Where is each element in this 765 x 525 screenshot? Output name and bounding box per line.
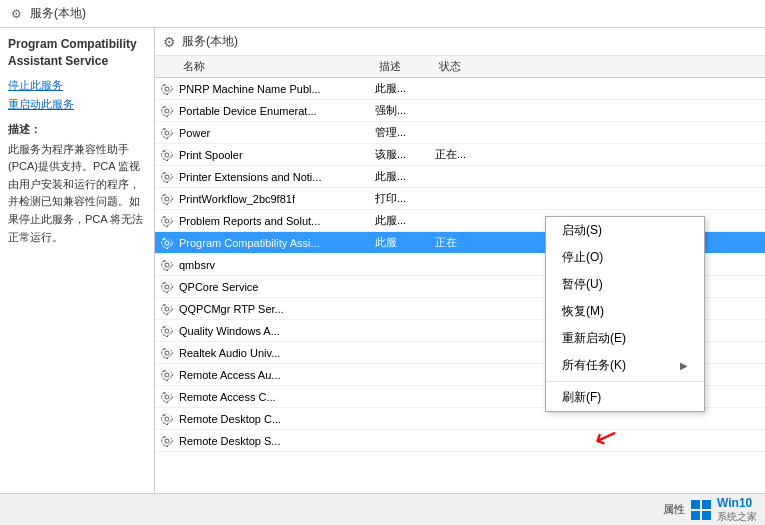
gear-icon [159, 81, 175, 97]
main-container: Program Compatibility Assistant Service … [0, 28, 765, 493]
gear-icon [159, 411, 175, 427]
context-menu-item[interactable]: 重新启动(E) [546, 325, 704, 352]
gear-icon [159, 147, 175, 163]
bottom-properties-label: 属性 [663, 502, 685, 517]
menu-item-label: 暂停(U) [562, 276, 603, 293]
gear-icon [159, 191, 175, 207]
title-icon: ⚙ [8, 6, 24, 22]
restart-service-link[interactable]: 重启动此服务 [8, 97, 146, 112]
service-name: qmbsrv [179, 259, 375, 271]
col-header-name[interactable]: 名称 [155, 59, 375, 74]
win10-text: Win10 系统之家 [717, 497, 757, 521]
desc-title: 描述： [8, 122, 146, 137]
menu-item-label: 停止(O) [562, 249, 603, 266]
service-name: QPCore Service [179, 281, 375, 293]
svg-rect-3 [702, 511, 711, 520]
services-header-text: 服务(本地) [182, 33, 238, 50]
gear-icon [159, 169, 175, 185]
service-name: Remote Desktop S... [179, 435, 375, 447]
service-desc: 此服务为程序兼容性助手(PCA)提供支持。PCA 监视由用户安装和运行的程序，并… [8, 141, 146, 247]
menu-item-label: 刷新(F) [562, 389, 601, 406]
svg-rect-1 [702, 500, 711, 509]
service-state: 正在... [435, 147, 490, 162]
service-desc: 管理... [375, 125, 435, 140]
gear-icon [159, 235, 175, 251]
context-menu: 启动(S)停止(O)暂停(U)恢复(M)重新启动(E)所有任务(K)▶刷新(F) [545, 216, 705, 412]
gear-icon [159, 125, 175, 141]
gear-icon [159, 103, 175, 119]
service-desc: 此服... [375, 213, 435, 228]
context-menu-item[interactable]: 停止(O) [546, 244, 704, 271]
col-header-desc[interactable]: 描述 [375, 59, 435, 74]
services-subheader: ⚙ 服务(本地) [155, 28, 765, 56]
service-desc: 该服... [375, 147, 435, 162]
gear-icon [159, 323, 175, 339]
gear-icon [159, 301, 175, 317]
service-name: Remote Desktop C... [179, 413, 375, 425]
title-bar: ⚙ 服务(本地) [0, 0, 765, 28]
table-row[interactable]: PNRP Machine Name Publ...此服... [155, 78, 765, 100]
table-row[interactable]: Remote Desktop S... [155, 430, 765, 452]
menu-item-label: 启动(S) [562, 222, 602, 239]
gear-icon [159, 257, 175, 273]
gear-icon [159, 279, 175, 295]
service-desc: 打印... [375, 191, 435, 206]
table-row[interactable]: Portable Device Enumerat...强制... [155, 100, 765, 122]
service-name: Problem Reports and Solut... [179, 215, 375, 227]
stop-service-link[interactable]: 停止此服务 [8, 78, 146, 93]
menu-item-label: 所有任务(K) [562, 357, 626, 374]
menu-separator [546, 381, 704, 382]
context-menu-item[interactable]: 刷新(F) [546, 384, 704, 411]
service-name: Print Spooler [179, 149, 375, 161]
menu-item-label: 重新启动(E) [562, 330, 626, 347]
title-text: 服务(本地) [30, 5, 86, 22]
svg-rect-0 [691, 500, 700, 509]
gear-icon [159, 367, 175, 383]
table-row[interactable]: Power管理... [155, 122, 765, 144]
service-name: Quality Windows A... [179, 325, 375, 337]
service-state: 正在 [435, 235, 490, 250]
context-menu-item[interactable]: 启动(S) [546, 217, 704, 244]
service-desc: 此服... [375, 81, 435, 96]
services-icon: ⚙ [163, 34, 176, 50]
context-menu-item[interactable]: 恢复(M) [546, 298, 704, 325]
win10-badge: 属性 Win10 系统之家 [663, 497, 757, 521]
service-name: Power [179, 127, 375, 139]
bottom-bar: 属性 Win10 系统之家 [0, 493, 765, 525]
menu-item-label: 恢复(M) [562, 303, 604, 320]
service-name: PNRP Machine Name Publ... [179, 83, 375, 95]
table-row[interactable]: Print Spooler该服...正在... [155, 144, 765, 166]
left-panel: Program Compatibility Assistant Service … [0, 28, 155, 493]
service-name: Remote Access C... [179, 391, 375, 403]
service-name: Remote Access Au... [179, 369, 375, 381]
service-name: Program Compatibility Assi... [179, 237, 375, 249]
service-name: PrintWorkflow_2bc9f81f [179, 193, 375, 205]
gear-icon [159, 345, 175, 361]
win10-logo [689, 498, 713, 522]
service-name: QQPCMgr RTP Ser... [179, 303, 375, 315]
table-row[interactable]: Printer Extensions and Noti...此服... [155, 166, 765, 188]
right-panel: ⚙ 服务(本地) 名称 描述 状态 PNRP Machine Name Publ… [155, 28, 765, 493]
col-header-state[interactable]: 状态 [435, 59, 490, 74]
gear-icon [159, 213, 175, 229]
svg-rect-2 [691, 511, 700, 520]
context-menu-item[interactable]: 暂停(U) [546, 271, 704, 298]
gear-icon [159, 433, 175, 449]
service-desc: 此服... [375, 169, 435, 184]
service-name: Printer Extensions and Noti... [179, 171, 375, 183]
table-header: 名称 描述 状态 [155, 56, 765, 78]
table-row[interactable]: PrintWorkflow_2bc9f81f打印... [155, 188, 765, 210]
service-name: Realtek Audio Univ... [179, 347, 375, 359]
submenu-arrow-icon: ▶ [680, 360, 688, 371]
service-title: Program Compatibility Assistant Service [8, 36, 146, 70]
service-desc: 强制... [375, 103, 435, 118]
gear-icon [159, 389, 175, 405]
service-desc: 此服 [375, 235, 435, 250]
context-menu-item[interactable]: 所有任务(K)▶ [546, 352, 704, 379]
service-name: Portable Device Enumerat... [179, 105, 375, 117]
